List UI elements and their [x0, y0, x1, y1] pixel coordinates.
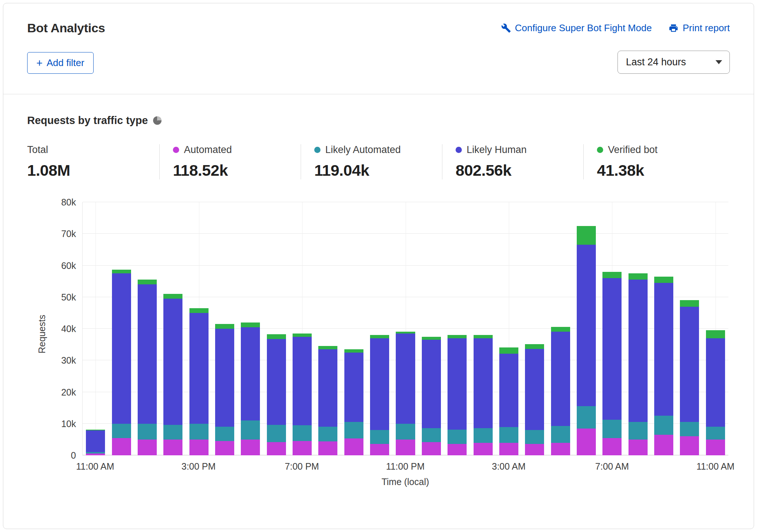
segment-verified-bot: [138, 280, 157, 284]
stat-value: 41.38k: [597, 161, 725, 179]
bar-11-00-am: [86, 202, 105, 455]
bar-slot: [186, 202, 211, 455]
stat-likely-human: Likely Human802.56k: [442, 144, 583, 179]
segment-likely-automated: [318, 427, 337, 441]
segment-likely-human: [654, 283, 673, 416]
configure-super-bot-fight-mode-link[interactable]: Configure Super Bot Fight Mode: [501, 22, 652, 34]
x-tick-label: 11:00 PM: [386, 461, 424, 472]
bar-7-00-pm: [293, 202, 312, 455]
segment-likely-automated: [706, 427, 725, 440]
bar-7-00-am: [602, 202, 622, 455]
segment-likely-human: [448, 338, 467, 430]
configure-link-label: Configure Super Bot Fight Mode: [515, 22, 652, 34]
stat-verified-bot: Verified bot41.38k: [583, 144, 725, 179]
header-links: Configure Super Bot Fight Mode Print rep…: [501, 22, 730, 34]
segment-likely-automated: [422, 428, 441, 442]
segment-verified-bot: [629, 273, 648, 280]
stat-total: Total1.08M: [27, 144, 159, 179]
segment-automated: [629, 440, 648, 455]
segment-likely-automated: [293, 425, 312, 441]
bar-4-00-pm: [215, 202, 234, 455]
stat-value: 802.56k: [456, 161, 583, 179]
segment-automated: [215, 441, 234, 455]
bar-5-00-am: [551, 202, 570, 455]
segment-automated: [189, 440, 209, 455]
segment-automated: [344, 438, 363, 455]
bar-12-00-am: [422, 202, 441, 455]
segment-automated: [396, 440, 415, 455]
segment-likely-human: [267, 339, 286, 425]
segment-likely-human: [525, 349, 544, 430]
bar-9-00-am: [654, 202, 673, 455]
stat-value: 118.52k: [173, 161, 301, 179]
bar-slot: [289, 202, 315, 455]
segment-automated: [86, 453, 105, 455]
segment-likely-automated: [138, 424, 157, 440]
bar-slot: [599, 202, 625, 455]
y-tick-label: 60k: [61, 260, 76, 271]
legend-dot: [597, 147, 603, 153]
card-header: Bot Analytics Configure Super Bot Fight …: [3, 3, 754, 94]
stat-label: Likely Automated: [325, 144, 401, 156]
stat-automated: Automated118.52k: [159, 144, 301, 179]
legend-dot: [456, 147, 462, 153]
bar-5-00-pm: [241, 202, 260, 455]
section-title: Requests by traffic type: [27, 114, 148, 127]
segment-verified-bot: [602, 272, 622, 278]
bar-slot: [419, 202, 444, 455]
segment-automated: [422, 442, 441, 455]
segment-verified-bot: [422, 337, 441, 340]
segment-automated: [138, 440, 157, 455]
bar-8-00-am: [629, 202, 648, 455]
segment-automated: [318, 441, 337, 455]
segment-verified-bot: [577, 226, 596, 245]
segment-likely-human: [551, 332, 570, 426]
segment-likely-human: [293, 337, 312, 426]
segment-verified-bot: [344, 349, 363, 353]
segment-automated: [654, 435, 673, 455]
segment-verified-bot: [654, 277, 673, 283]
segment-automated: [241, 440, 260, 455]
bar-slot: [547, 202, 573, 455]
segment-verified-bot: [474, 335, 493, 338]
segment-verified-bot: [499, 347, 518, 354]
y-tick-label: 10k: [61, 418, 76, 429]
segment-automated: [448, 444, 467, 455]
bar-3-00-am: [499, 202, 518, 455]
segment-likely-human: [499, 354, 518, 427]
stat-label: Total: [27, 144, 48, 156]
segment-automated: [112, 438, 131, 455]
segment-verified-bot: [680, 300, 699, 306]
segment-likely-automated: [215, 427, 234, 441]
y-tick-label: 30k: [61, 355, 76, 366]
segment-likely-automated: [577, 406, 596, 428]
chevron-down-icon: [716, 60, 722, 64]
segment-verified-bot: [318, 346, 337, 349]
x-tick-label: 7:00 AM: [595, 461, 629, 472]
wrench-icon: [501, 23, 511, 33]
segment-verified-bot: [370, 335, 389, 338]
y-tick-label: 40k: [61, 324, 76, 334]
bar-slot: [238, 202, 263, 455]
segment-verified-bot: [267, 334, 286, 339]
print-report-link[interactable]: Print report: [669, 22, 730, 34]
add-filter-label: Add filter: [47, 57, 84, 69]
segment-likely-automated: [602, 420, 622, 438]
bar-3-00-pm: [189, 202, 209, 455]
bar-8-00-pm: [318, 202, 337, 455]
bar-2-00-am: [474, 202, 493, 455]
y-tick-label: 80k: [61, 197, 76, 208]
bar-slot: [496, 202, 522, 455]
bot-analytics-card: Bot Analytics Configure Super Bot Fight …: [3, 3, 754, 529]
bar-slot: [703, 202, 728, 455]
segment-likely-human: [138, 284, 157, 424]
bar-10-00-am: [680, 202, 699, 455]
bar-slot: [341, 202, 367, 455]
add-filter-button[interactable]: + Add filter: [27, 52, 94, 74]
x-tick-label: 3:00 PM: [181, 461, 215, 472]
segment-automated: [293, 441, 312, 455]
bar-6-00-am: [577, 202, 596, 455]
bar-4-00-am: [525, 202, 544, 455]
bar-12-00-pm: [112, 202, 131, 455]
time-range-select[interactable]: Last 24 hours: [617, 51, 730, 74]
